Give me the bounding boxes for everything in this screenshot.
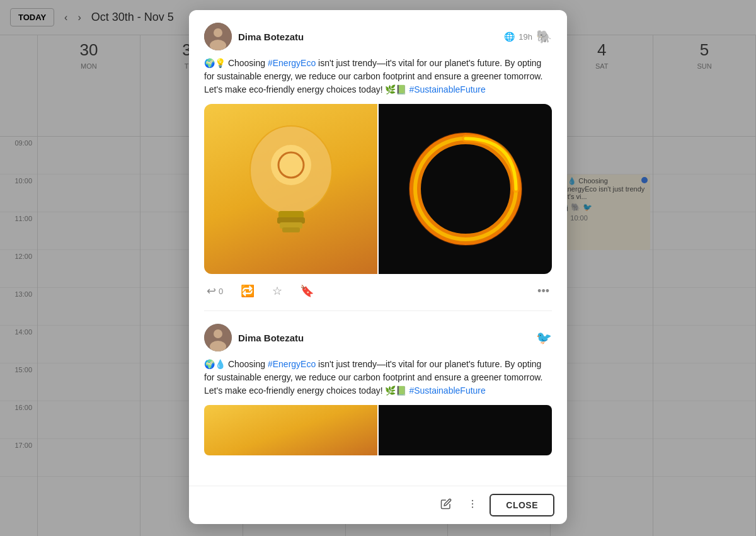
svg-point-1 bbox=[214, 28, 222, 37]
reply-icon: ↩ bbox=[207, 284, 216, 298]
post-1-hashtag1[interactable]: #EnergyEco bbox=[268, 58, 316, 68]
post-1-meta: 🌐 19h 🐘 bbox=[504, 29, 552, 44]
post-1: Dima Botezatu 🌐 19h 🐘 🌍💡 Choosing #Energ… bbox=[204, 23, 552, 311]
post-2-hashtag1[interactable]: #EnergyEco bbox=[268, 359, 316, 369]
post-2-header: Dima Botezatu 🐦 bbox=[204, 324, 552, 351]
post-1-actions: ↩ 0 🔁 ☆ 🔖 ••• bbox=[204, 282, 552, 300]
svg-point-19 bbox=[472, 506, 473, 508]
post-1-image-left bbox=[204, 104, 377, 274]
close-button[interactable]: CLOSE bbox=[490, 494, 554, 516]
post-2-hashtag2[interactable]: #SustainableFuture bbox=[409, 385, 485, 396]
post-1-image-right bbox=[379, 104, 552, 274]
post-1-images bbox=[204, 104, 552, 274]
post-2-image-left bbox=[204, 405, 377, 455]
svg-point-5 bbox=[271, 145, 311, 185]
post-2-image-right bbox=[379, 405, 552, 455]
post-2-author: Dima Botezatu bbox=[238, 333, 304, 343]
post-1-header: Dima Botezatu 🌐 19h 🐘 bbox=[204, 23, 552, 50]
post-modal: Dima Botezatu 🌐 19h 🐘 🌍💡 Choosing #Energ… bbox=[189, 10, 567, 524]
post-1-text: 🌍💡 Choosing #EnergyEco isn't just trendy… bbox=[204, 57, 552, 96]
globe-icon: 🌐 bbox=[504, 31, 515, 42]
reply-button[interactable]: ↩ 0 bbox=[204, 282, 226, 300]
post-2-avatar bbox=[204, 324, 232, 351]
svg-rect-10 bbox=[282, 227, 300, 232]
post-2-user: Dima Botezatu bbox=[204, 324, 304, 351]
edit-icon-button[interactable] bbox=[437, 494, 455, 516]
post-2-meta: 🐦 bbox=[536, 330, 552, 345]
modal-overlay[interactable]: Dima Botezatu 🌐 19h 🐘 🌍💡 Choosing #Energ… bbox=[0, 0, 756, 536]
post-1-avatar bbox=[204, 23, 232, 50]
retweet-button[interactable]: 🔁 bbox=[238, 282, 257, 300]
modal-footer: CLOSE bbox=[189, 486, 567, 524]
more-icon: ••• bbox=[537, 285, 549, 298]
svg-point-15 bbox=[214, 329, 222, 338]
post-2: Dima Botezatu 🐦 🌍💧 Choosing #EnergyEco i… bbox=[204, 324, 552, 473]
svg-point-18 bbox=[472, 503, 473, 504]
post-1-hashtag2[interactable]: #SustainableFuture bbox=[409, 84, 485, 94]
star-icon: ☆ bbox=[272, 284, 282, 298]
modal-body: Dima Botezatu 🌐 19h 🐘 🌍💡 Choosing #Energ… bbox=[189, 10, 567, 486]
more-options-button[interactable] bbox=[463, 494, 482, 516]
favorite-button[interactable]: ☆ bbox=[270, 282, 285, 300]
post-1-avatar-img bbox=[204, 23, 232, 50]
retweet-icon: 🔁 bbox=[241, 284, 255, 298]
post-2-images bbox=[204, 405, 552, 455]
post-1-author: Dima Botezatu bbox=[238, 31, 304, 42]
reply-count: 0 bbox=[219, 287, 223, 296]
post-2-text: 🌍💧 Choosing #EnergyEco isn't just trendy… bbox=[204, 358, 552, 397]
bookmark-button[interactable]: 🔖 bbox=[297, 282, 316, 300]
mastodon-icon: 🐘 bbox=[536, 29, 552, 44]
bookmark-icon: 🔖 bbox=[300, 284, 314, 298]
more-button[interactable]: ••• bbox=[535, 282, 552, 300]
post-1-time: 19h bbox=[518, 32, 532, 42]
twitter-icon: 🐦 bbox=[536, 330, 552, 345]
svg-point-17 bbox=[472, 499, 473, 501]
post-1-user: Dima Botezatu bbox=[204, 23, 304, 50]
